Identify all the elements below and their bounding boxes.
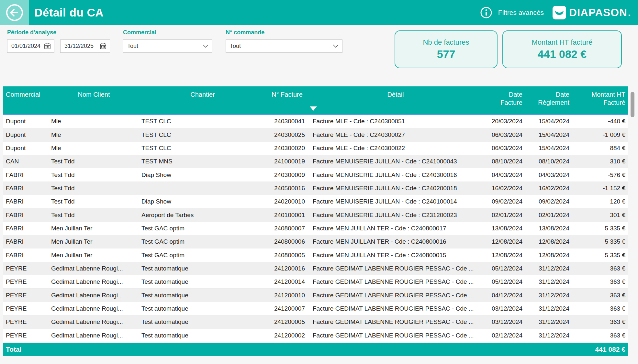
cell-date-reglement: 31/12/2024 [525,262,572,275]
commercial-dropdown-value: Tout [127,43,202,50]
cell-detail: Facture MEN JUILLAN TER - Cde : C2408000… [308,235,483,248]
table-row[interactable]: FABRIMen Juillan TerTest GAC optim240800… [3,222,628,235]
cell-n-facture: 241200010 [266,289,308,302]
cell-n-facture: 240300041 [266,115,308,128]
cell-date-reglement: 16/02/2024 [525,182,572,195]
app-header: Détail du CA Filtres avancés DIAPASON. [0,0,638,25]
cell-detail: Facture GEDIMAT LABENNE ROUGIER PESSAC -… [308,302,483,315]
brand-name: DIAPASON [569,6,627,19]
date-end-value: 31/12/2025 [64,43,100,50]
column-header-date-reglement[interactable]: DateRèglement [525,86,572,114]
brand-dot: . [628,6,631,19]
cell-n-facture: 241200002 [266,329,308,342]
cell-chantier: Diap Show [139,195,266,208]
date-end-input[interactable]: 31/12/2025 [60,39,110,53]
cell-date-reglement: 09/02/2024 [525,195,572,208]
cell-n-facture: 240300020 [266,142,308,155]
table-row[interactable]: FABRITest TddDiap Show240200010Facture M… [3,195,628,208]
cell-date-facture: 13/08/2024 [483,222,525,235]
cell-nom-client: Gedimat Labenne Rougi... [49,262,139,275]
table-row[interactable]: PEYREGedimat Labenne Rougi...Test automa… [3,329,628,342]
calendar-icon[interactable] [44,43,51,50]
cell-montant-ht: 5 335 € [572,222,628,235]
cell-date-reglement: 15/04/2024 [525,128,572,141]
back-button[interactable] [0,0,29,25]
cell-montant-ht: 5 335 € [572,235,628,248]
cell-commercial: PEYRE [3,289,49,302]
cell-commercial: PEYRE [3,262,49,275]
cell-date-facture: 05/12/2024 [483,262,525,275]
column-header-montant-ht[interactable]: Montant HTFacturé [572,86,628,114]
table-row[interactable]: FABRIMen Juillan TerTest GAC optim240800… [3,235,628,248]
cell-nom-client: Mle [49,142,139,155]
cell-n-facture: 240800007 [266,222,308,235]
cell-montant-ht: 120 € [572,195,628,208]
cell-detail: Facture MENUISERIE JUILLAN - Cde : C2403… [308,168,483,181]
table-row[interactable]: DupontMleTEST CLC240300020Facture MLE - … [3,142,628,155]
table-row[interactable]: FABRITest TddDiap Show240300009Facture M… [3,168,628,182]
cell-n-facture: 241200005 [266,315,308,328]
info-icon[interactable] [480,6,492,19]
kpi-value: 441 082 € [538,48,587,61]
cell-date-reglement: 31/12/2024 [525,302,572,315]
cell-montant-ht: 301 € [572,208,628,221]
cell-nom-client: Gedimat Labenne Rougi... [49,329,139,342]
cell-detail: Facture MLE - Cde : C240300022 [308,142,483,155]
cell-chantier: Test automatique [139,275,266,288]
table-row[interactable]: PEYREGedimat Labenne Rougi...Test automa… [3,262,628,275]
table-header: Commercial Nom Client Chantier N° Factur… [3,86,628,115]
column-header-nom-client[interactable]: Nom Client [49,86,139,114]
cell-n-facture: 240800005 [266,248,308,261]
cell-nom-client: Gedimat Labenne Rougi... [49,289,139,302]
commercial-dropdown[interactable]: Tout [123,39,212,53]
cell-date-reglement: 31/12/2024 [525,289,572,302]
cell-n-facture: 241200014 [266,275,308,288]
cell-date-facture: 04/03/2024 [483,168,525,181]
cell-commercial: PEYRE [3,329,49,342]
cell-detail: Facture MLE - Cde : C240300051 [308,115,483,128]
table-row[interactable]: PEYREGedimat Labenne Rougi...Test automa… [3,289,628,302]
table-row[interactable]: FABRIMen Juillan TerTest GAC optim240800… [3,248,628,262]
date-start-input[interactable]: 01/01/2024 [7,39,54,53]
column-header-detail[interactable]: Détail [308,86,483,114]
column-header-commercial[interactable]: Commercial [3,86,49,114]
vertical-scrollbar[interactable] [631,90,634,356]
cell-date-facture: 05/12/2024 [483,275,525,288]
cell-montant-ht: 5 335 € [572,248,628,261]
column-header-chantier[interactable]: Chantier [139,86,266,114]
cell-chantier: Test automatique [139,302,266,315]
sort-desc-icon[interactable] [310,106,317,111]
column-header-date-facture[interactable]: DateFacture [483,86,525,114]
cell-chantier: Diap Show [139,168,266,181]
scrollbar-thumb[interactable] [631,92,634,117]
cell-detail: Facture MEN JUILLAN TER - Cde : C2408000… [308,222,483,235]
cell-detail: Facture MENUISERIE JUILLAN - Cde : C2401… [308,195,483,208]
cell-date-facture: 16/02/2024 [483,182,525,195]
diapason-logo-icon [552,6,566,20]
table-row[interactable]: DupontMleTEST CLC240300041Facture MLE - … [3,115,628,128]
cell-detail: Facture MLE - Cde : C240300027 [308,128,483,141]
table-row[interactable]: PEYREGedimat Labenne Rougi...Test automa… [3,302,628,315]
cell-n-facture: 240200010 [266,195,308,208]
table-row[interactable]: FABRITest Tdd240500016Facture MENUISERIE… [3,182,628,195]
table-row[interactable]: FABRITest TddAeroport de Tarbes240100001… [3,208,628,222]
cell-detail: Facture GEDIMAT LABENNE ROUGIER PESSAC -… [308,329,483,342]
cell-detail: Facture GEDIMAT LABENNE ROUGIER PESSAC -… [308,289,483,302]
cell-chantier: TEST CLC [139,128,266,141]
cell-date-reglement: 13/08/2024 [525,222,572,235]
cell-date-facture: 04/12/2024 [483,289,525,302]
cell-detail: Facture MENUISERIE JUILLAN - Cde : C2402… [308,182,483,195]
cell-chantier: Test automatique [139,329,266,342]
cell-chantier: Test automatique [139,262,266,275]
kpi-card-amount: Montant HT facturé 441 082 € [502,30,622,68]
cell-commercial: Dupont [3,128,49,141]
table-row[interactable]: PEYREGedimat Labenne Rougi...Test automa… [3,315,628,329]
table-row[interactable]: PEYREGedimat Labenne Rougi...Test automa… [3,275,628,289]
order-dropdown[interactable]: Tout [226,39,342,53]
table-row[interactable]: DupontMleTEST CLC240300025Facture MLE - … [3,128,628,141]
table-row[interactable]: CANTest TddTEST MNS241000019Facture MENU… [3,155,628,168]
cell-commercial: CAN [3,155,49,168]
calendar-icon[interactable] [100,43,106,50]
cell-detail: Facture GEDIMAT LABENNE ROUGIER PESSAC -… [308,275,483,288]
column-header-n-facture[interactable]: N° Facture [266,86,308,114]
